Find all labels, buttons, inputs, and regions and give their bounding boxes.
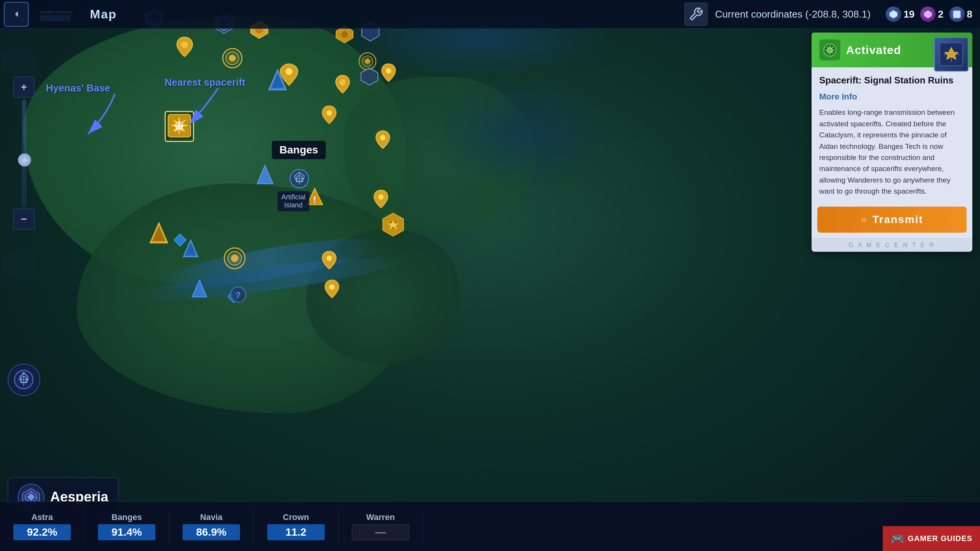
region-icon[interactable] xyxy=(8,364,40,396)
stat-banges-percent: 91.4% xyxy=(111,526,142,538)
svg-marker-57 xyxy=(924,10,932,18)
item-icon-1 xyxy=(886,7,901,22)
map-icon-wp-4[interactable] xyxy=(373,189,389,209)
svg-point-42 xyxy=(380,135,385,140)
map-icon-east-1[interactable] xyxy=(375,130,390,149)
map-icon-wp-5[interactable] xyxy=(322,251,337,270)
svg-point-43 xyxy=(386,68,391,73)
map-icon-circle-1[interactable] xyxy=(222,48,243,69)
svg-text:!: ! xyxy=(313,194,316,205)
transmit-label: Transmit xyxy=(872,214,923,226)
map-icon-north-east[interactable] xyxy=(381,63,396,82)
more-info-label: More Info xyxy=(812,88,972,104)
map-icon-waypoint-2[interactable] xyxy=(335,75,350,94)
topbar: TOWER OF FANTASY Map Current coordinates… xyxy=(0,0,980,29)
map-icon-tri-blue-2[interactable] xyxy=(191,279,207,298)
map-icon-triangle-3[interactable] xyxy=(149,222,168,245)
svg-point-53 xyxy=(329,284,335,290)
map-title: Map xyxy=(90,7,117,21)
stat-navia-bar: 86.9% xyxy=(183,524,240,540)
item-count-3: 8 xyxy=(967,8,972,20)
watermark-icon: 🎮 xyxy=(890,532,905,545)
hex-deco-1 xyxy=(4,46,34,77)
stat-navia-percent: 86.9% xyxy=(196,526,226,538)
stat-warren-percent: — xyxy=(375,526,386,538)
svg-point-5 xyxy=(340,79,346,85)
svg-point-28 xyxy=(231,254,238,262)
zoom-thumb[interactable] xyxy=(18,153,31,166)
item-icon-3 xyxy=(949,7,965,22)
map-icon-circle-3[interactable] xyxy=(223,247,246,270)
svg-text:TOWER OF FANTASY: TOWER OF FANTASY xyxy=(40,10,73,14)
stat-warren: Warren — xyxy=(338,509,423,544)
item-icon-2 xyxy=(920,7,936,22)
map-icon-spacerift-south[interactable] xyxy=(382,212,405,239)
transmit-arrows-icon: » xyxy=(861,214,867,226)
stat-navia: Navia 86.9% xyxy=(169,509,254,544)
map-icon-triangle-1[interactable] xyxy=(268,69,287,92)
svg-text:?: ? xyxy=(235,290,240,300)
watermark: 🎮 GAMER GUIDES xyxy=(883,526,980,551)
svg-rect-55 xyxy=(40,15,71,21)
stat-banges-name: Banges xyxy=(111,512,142,522)
svg-rect-58 xyxy=(953,11,960,18)
stat-banges: Banges 91.4% xyxy=(85,509,169,544)
coordinates-display: Current coordinates (-208.8, 308.1) xyxy=(715,8,871,20)
svg-point-4 xyxy=(181,41,188,48)
activated-badge: Activated xyxy=(846,44,901,57)
svg-point-70 xyxy=(828,48,832,52)
stat-astra: Astra 92.2% xyxy=(0,509,85,544)
stat-warren-name: Warren xyxy=(366,512,395,522)
panel-description: Enables long-range transmission between … xyxy=(812,104,972,205)
annotation-hyenas-base: Hyenas' Base xyxy=(46,82,110,94)
stat-crown: Crown 11.2 xyxy=(254,509,338,544)
game-center-label: G A M E C E N T E R xyxy=(812,238,972,252)
banges-label: Banges xyxy=(272,141,326,159)
svg-marker-12 xyxy=(257,165,273,184)
map-icon-waypoint-1[interactable] xyxy=(176,36,193,57)
stat-crown-name: Crown xyxy=(283,512,309,522)
map-icon-hex-4[interactable] xyxy=(360,67,379,86)
artificial-island-icon[interactable] xyxy=(289,168,310,189)
svg-point-16 xyxy=(378,194,384,200)
panel-thumbnail xyxy=(934,37,969,72)
bottom-stats-bar: Astra 92.2% Banges 91.4% Navia 86.9% Cro… xyxy=(0,501,980,551)
svg-marker-56 xyxy=(890,10,897,18)
transmit-button[interactable]: » Transmit xyxy=(817,207,967,233)
annotation-nearest-spacerift: Nearest spacerift xyxy=(165,77,245,88)
map-icon-question[interactable]: ? xyxy=(230,286,247,303)
stat-crown-bar: 11.2 xyxy=(267,524,325,540)
stat-navia-name: Navia xyxy=(200,512,223,522)
svg-point-15 xyxy=(327,110,332,116)
stat-astra-bar: 92.2% xyxy=(13,524,71,540)
map-icon-triangle-2[interactable] xyxy=(256,165,274,186)
map-icon-wp-3[interactable] xyxy=(322,105,337,124)
artificial-island-label: ArtificialIsland xyxy=(278,191,309,211)
svg-point-22 xyxy=(229,55,236,62)
map-icon-tri-blue-1[interactable] xyxy=(183,239,199,258)
svg-marker-49 xyxy=(361,68,378,85)
wrench-button[interactable] xyxy=(684,3,707,26)
svg-point-3 xyxy=(341,31,348,38)
back-button[interactable] xyxy=(4,2,29,27)
stat-banges-bar: 91.4% xyxy=(98,524,155,540)
zoom-in-button[interactable]: + xyxy=(13,77,34,98)
stat-warren-bar: — xyxy=(352,524,409,540)
map-icon-lower-1[interactable] xyxy=(324,279,340,298)
zoom-out-button[interactable]: − xyxy=(13,209,34,230)
svg-point-25 xyxy=(365,59,370,64)
left-controls: + − xyxy=(8,77,40,396)
icon-item-2: 2 xyxy=(920,7,943,22)
stat-crown-percent: 11.2 xyxy=(286,526,307,538)
panel-header-icon xyxy=(819,39,840,60)
inventory-icons: 19 2 8 xyxy=(886,7,972,22)
spacerift-panel: Activated Spacerift: Signal Station Ruin… xyxy=(812,33,972,252)
svg-marker-52 xyxy=(192,280,207,297)
tof-logo: TOWER OF FANTASY xyxy=(36,4,75,25)
water-right xyxy=(421,77,612,191)
item-count-1: 19 xyxy=(903,8,915,20)
watermark-text: GAMER GUIDES xyxy=(908,534,972,543)
stat-astra-percent: 92.2% xyxy=(27,526,57,538)
stat-astra-name: Astra xyxy=(31,512,53,522)
zoom-slider[interactable] xyxy=(22,99,26,207)
